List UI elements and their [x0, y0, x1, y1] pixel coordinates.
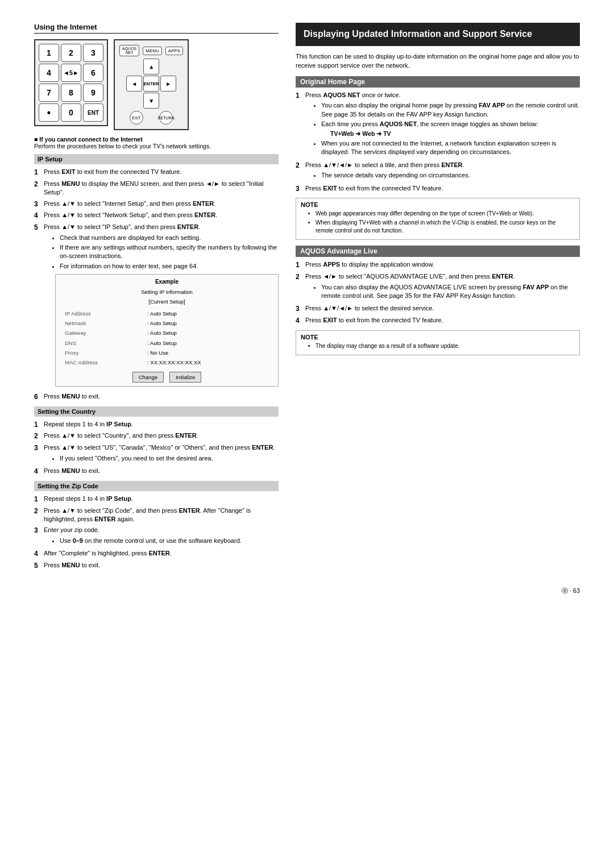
remote-image-area: 1 2 3 4 ◄5► 6 7 8 9 • 0 ENT AQUOSNET — [34, 39, 279, 130]
note-bullets-aquos: The display may change as a result of a … — [306, 342, 575, 350]
zip-bullets: Use 0–9 on the remote control unit, or u… — [51, 537, 279, 545]
country-steps: 1 Repeat steps 1 to 4 in IP Setup. 2 Pre… — [34, 420, 279, 476]
aquos-step-1: 1 Press APPS to display the application … — [296, 260, 580, 270]
home-bullet-1-1: You can also display the original home p… — [321, 101, 580, 119]
key-8: 8 — [61, 84, 81, 102]
example-title: Example — [61, 278, 272, 286]
home-step-3: 3 Press EXIT to exit from the connected … — [296, 184, 580, 194]
ip-setup-header: IP Setup — [34, 154, 279, 164]
right-title-box: Displaying Updated Information and Suppo… — [296, 23, 580, 46]
cannot-connect-text: Perform the procedures below to check yo… — [34, 143, 211, 149]
home-bullets-2: The service details vary depending on ci… — [312, 171, 580, 180]
key-3: 3 — [83, 44, 103, 62]
key-1: 1 — [39, 44, 59, 62]
zip-bullet-1: Use 0–9 on the remote control unit, or u… — [60, 537, 279, 545]
note-home-1: Web page appearances may differ dependin… — [316, 210, 575, 218]
tv-web-line: TV+Web ➜ Web ➜ TV — [330, 130, 580, 138]
zip-step-3: 3 Enter your zip code. Use 0–9 on the re… — [34, 526, 279, 547]
step-5-bullets: Check that numbers are displayed for eac… — [51, 234, 279, 271]
aquos-step-2: 2 Press ◄/► to select "AQUOS ADVANTAGE L… — [296, 272, 580, 302]
step-1: 1 Press EXIT to exit from the connected … — [34, 168, 279, 177]
home-step-1: 1 Press AQUOS NET once or twice. You can… — [296, 91, 580, 159]
exit-btn: EXIT — [130, 111, 143, 124]
key-5: ◄5► — [61, 64, 81, 82]
right-intro: This function can be used to display up-… — [296, 52, 580, 70]
nav-dpad: ▲ ◄ ENTER ► ▼ — [126, 59, 176, 109]
dpad-up: ▲ — [143, 59, 159, 74]
zip-step-4: 4 After "Complete" is highlighted, press… — [34, 549, 279, 559]
example-box: Example Setting IP information [Current … — [55, 274, 279, 387]
example-buttons: Change Initialize — [61, 372, 272, 383]
page-footer: ⓔ · 63 — [34, 587, 580, 595]
note-box-home: NOTE Web page appearances may differ dep… — [296, 198, 580, 240]
note-aquos-1: The display may change as a result of a … — [316, 342, 575, 350]
key-2: 2 — [61, 44, 81, 62]
country-bullet-1: If you select "Others", you need to set … — [60, 454, 279, 463]
original-home-page-bar: Original Home Page — [296, 76, 580, 88]
key-0: 0 — [61, 103, 81, 122]
example-table: IP Address: Auto Setup Netmask: Auto Set… — [61, 308, 272, 368]
nav-remote: AQUOSNET MENU APPS ▲ ◄ ENTER ► ▼ — [114, 39, 189, 130]
aquos-step-3: 3 Press ▲/▼/◄/► to select the desired se… — [296, 304, 580, 314]
country-bullets: If you select "Others", you need to set … — [51, 454, 279, 463]
dpad-enter: ENTER — [143, 76, 159, 92]
left-column: Using the Internet 1 2 3 4 ◄5► 6 7 8 9 •… — [34, 23, 279, 575]
key-4: 4 — [39, 64, 59, 82]
zip-step-5: 5 Press MENU to exit. — [34, 561, 279, 571]
zip-steps: 1 Repeat steps 1 to 4 in IP Setup. 2 Pre… — [34, 495, 279, 571]
page-number: ⓔ · 63 — [562, 587, 580, 595]
bullet-5-1: Check that numbers are displayed for eac… — [60, 234, 279, 242]
country-step-2: 2 Press ▲/▼ to select "Country", and the… — [34, 431, 279, 441]
dpad-empty-tr — [160, 59, 176, 74]
home-bullet-1-3: When you are not connected to the Intern… — [321, 139, 580, 157]
key-7: 7 — [39, 84, 59, 102]
return-btn: RETURN — [159, 111, 173, 124]
cannot-connect-note: ■ If you cannot connect to the Internet … — [34, 136, 279, 149]
note-label-aquos: NOTE — [301, 334, 575, 340]
step-5: 5 Press ▲/▼ to select "IP Setup", and th… — [34, 223, 279, 390]
country-step-1: 1 Repeat steps 1 to 4 in IP Setup. — [34, 420, 279, 430]
apps-btn: APPS — [165, 47, 183, 55]
using-internet-heading: Using the Internet — [34, 23, 279, 34]
change-btn: Change — [132, 372, 164, 383]
menu-btn: MENU — [143, 47, 162, 55]
aquos-net-btn: AQUOSNET — [119, 45, 139, 56]
dpad-empty-tl — [126, 59, 142, 74]
aquos-bullets-2: You can also display the AQUOS ADVANTAGE… — [312, 283, 580, 301]
aquos-steps: 1 Press APPS to display the application … — [296, 260, 580, 326]
dpad-empty-bl — [126, 93, 142, 109]
note-label-home: NOTE — [301, 201, 575, 208]
country-step-3: 3 Press ▲/▼ to select "US", "Canada", "M… — [34, 443, 279, 464]
note-bullets-home: Web page appearances may differ dependin… — [306, 210, 575, 235]
nav-top-row: AQUOSNET MENU APPS — [119, 45, 183, 56]
right-column: Displaying Updated Information and Suppo… — [296, 23, 580, 359]
note-home-2: When displaying TV+Web with a channel in… — [316, 219, 575, 235]
dpad-right: ► — [160, 76, 176, 92]
example-subtitle1: Setting IP information — [61, 288, 272, 296]
aquos-step-4: 4 Press EXIT to exit from the connected … — [296, 316, 580, 326]
cannot-connect-heading: ■ If you cannot connect to the Internet — [34, 136, 143, 143]
dpad-left: ◄ — [126, 76, 142, 92]
right-main-title: Displaying Updated Information and Suppo… — [304, 28, 572, 40]
aquos-advantage-bar: AQUOS Advantage Live — [296, 246, 580, 257]
home-bullets-1: You can also display the original home p… — [312, 101, 580, 157]
country-step-4: 4 Press MENU to exit. — [34, 467, 279, 476]
dpad-down: ▼ — [143, 93, 159, 109]
zip-step-2: 2 Press ▲/▼ to select "Zip Code", and th… — [34, 506, 279, 524]
setting-country-header: Setting the Country — [34, 406, 279, 417]
step-2: 2 Press MENU to display the MENU screen,… — [34, 180, 279, 197]
key-6: 6 — [83, 64, 103, 82]
step-4: 4 Press ▲/▼ to select "Network Setup", a… — [34, 211, 279, 221]
bullet-5-2: If there are any settings without number… — [60, 243, 279, 261]
zip-step-1: 1 Repeat steps 1 to 4 in IP Setup. — [34, 495, 279, 504]
step-6: 6 Press MENU to exit. — [34, 392, 279, 402]
note-box-aquos: NOTE The display may change as a result … — [296, 330, 580, 355]
key-ent: ENT — [83, 103, 103, 122]
main-columns: Using the Internet 1 2 3 4 ◄5► 6 7 8 9 •… — [34, 23, 580, 575]
key-dot: • — [39, 103, 59, 122]
step-3: 3 Press ▲/▼ to select "Internet Setup", … — [34, 200, 279, 209]
ip-setup-steps: 1 Press EXIT to exit from the connected … — [34, 168, 279, 402]
bullet-5-3: For information on how to enter text, se… — [60, 262, 279, 271]
key-9: 9 — [83, 84, 103, 102]
dpad-empty-br — [160, 93, 176, 109]
